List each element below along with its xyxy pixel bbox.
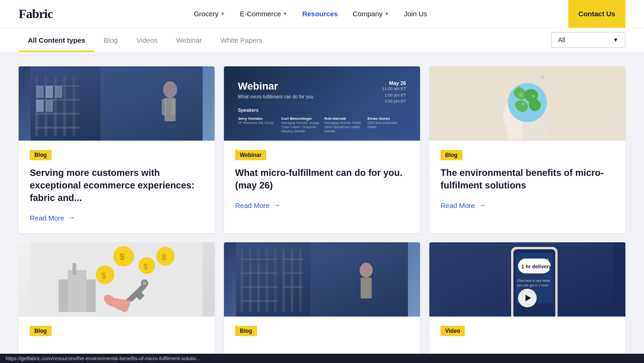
filter-bar: All Content types Blog Videos Webinar Wh… [0,28,644,52]
svg-rect-60 [310,242,408,317]
chevron-down-icon: ▼ [384,11,389,16]
contact-button[interactable]: Contact Us [568,0,625,28]
arrow-right-icon: → [273,201,281,209]
speaker-2: Curt Bimschieger Managing Director, Supp… [281,117,320,133]
svg-rect-10 [35,127,79,129]
chevron-down-icon: ▼ [220,11,225,16]
chevron-down-icon: ▼ [283,11,287,16]
webinar-subtitle: What micro-fulfillment can do for you [238,94,313,99]
svg-rect-51 [241,300,278,302]
card-1-body: Blog Serving more customers with excepti… [19,141,215,233]
speaker-1: Jerry Sheldon VP Research, IHL Group [238,117,276,133]
card-2-tag: Webinar [235,150,266,160]
tab-videos[interactable]: Videos [127,28,167,52]
play-button[interactable] [518,289,537,307]
arrow-right-icon: → [479,201,486,209]
tab-all-content[interactable]: All Content types [19,28,94,52]
svg-rect-15 [46,100,53,112]
svg-rect-9 [35,113,79,115]
play-icon [526,295,531,301]
card-2-read-more[interactable]: Read More → [235,201,409,209]
svg-rect-50 [241,286,278,288]
svg-point-41 [143,281,146,285]
card-6-tag: Video [440,326,465,336]
svg-text:×: × [534,134,538,140]
card-1-tag: Blog [30,150,52,160]
content-area: Blog Serving more customers with excepti… [0,52,644,363]
main-nav: Grocery ▼ E-Commerce ▼ Resources Company… [194,10,427,18]
tab-white-papers[interactable]: White Papers [211,28,272,52]
svg-text:$: $ [101,271,106,280]
svg-point-23 [519,92,523,97]
svg-rect-20 [100,66,203,141]
card-4-tag: Blog [30,326,52,336]
svg-rect-13 [55,86,62,98]
speaker-4: Elram Goren CEO and co-founder, Fabric [368,117,406,133]
card-2-title: What micro-fulfillment can do for you. (… [235,167,409,192]
webinar-title-overlay: Webinar [238,80,313,92]
svg-text:$: $ [144,263,148,271]
card-5-tag: Blog [235,326,257,336]
card-6: 1 hr delivery Click here to see items yo… [429,242,625,363]
card-3-tag: Blog [440,150,462,160]
card-3-body: Blog The environmental benefits of micro… [429,141,625,220]
cards-grid: Blog Serving more customers with excepti… [19,66,625,363]
status-url: https://getfabric.com/resources/the-envi… [6,356,200,361]
globe-container: × × × × [429,66,625,141]
card-1-read-more[interactable]: Read More → [30,214,204,222]
card-6-image: 1 hr delivery Click here to see items yo… [429,242,625,317]
svg-rect-49 [241,272,278,274]
card-1-title: Serving more customers with exceptional … [30,167,204,204]
svg-rect-14 [36,100,44,112]
svg-text:×: × [532,94,535,99]
svg-rect-56 [283,272,303,274]
svg-text:Click here to see items: Click here to see items [517,279,550,282]
chevron-down-icon: ▼ [613,37,618,43]
logo[interactable]: Fabric [19,6,53,21]
svg-point-22 [508,83,547,122]
svg-rect-55 [283,259,303,260]
nav-resources[interactable]: Resources [302,10,338,18]
card-3-title: The environmental benefits of micro-fulf… [440,167,614,192]
card-5-image [224,242,420,317]
nav-ecommerce[interactable]: E-Commerce ▼ [240,10,287,18]
webinar-times: 11:00 am ET1:00 pm ET3:00 pm ET [382,86,406,105]
card-2: Webinar What micro-fulfillment can do fo… [224,66,420,233]
card-3-image: × × × × [429,66,625,141]
card-4: $ $ $ $ Blog [19,242,215,363]
header: Fabric Grocery ▼ E-Commerce ▼ Resources … [0,0,644,28]
speaker-3: Rob Harrold Managing Director, Retail St… [324,117,363,133]
status-bar: https://getfabric.com/resources/the-envi… [0,354,644,363]
nav-company[interactable]: Company ▼ [353,10,389,18]
tab-blog[interactable]: Blog [94,28,127,52]
card-1: Blog Serving more customers with excepti… [19,66,215,233]
svg-text:1 hr delivery: 1 hr delivery [521,264,552,269]
svg-text:$: $ [119,252,125,262]
svg-rect-12 [46,86,53,98]
arrow-right-icon: → [68,214,75,222]
svg-rect-57 [283,286,303,288]
svg-text:×: × [540,73,545,81]
select-value: All [558,36,565,44]
card-2-body: Webinar What micro-fulfillment can do fo… [224,141,420,220]
card-3: × × × × Blog The environmental benefits … [429,66,625,233]
card-5: Blog [224,242,420,363]
svg-text:you can get in 1 hour!: you can get in 1 hour! [517,284,548,287]
svg-text:×: × [522,102,525,107]
svg-text:$: $ [162,253,166,262]
card-4-image: $ $ $ $ [19,242,215,317]
webinar-speakers: Jerry Sheldon VP Research, IHL Group Cur… [238,117,406,133]
card-2-image: Webinar What micro-fulfillment can do fo… [224,66,420,141]
svg-rect-11 [36,86,44,98]
tab-webinar[interactable]: Webinar [167,28,211,52]
speakers-label: Speakers [238,108,406,113]
svg-rect-48 [241,259,278,260]
nav-join-us[interactable]: Join Us [404,10,427,18]
category-select[interactable]: All ▼ [551,32,625,48]
svg-rect-30 [68,270,86,312]
card-1-image [19,66,215,141]
svg-rect-31 [72,263,76,275]
webinar-date: May 26 [382,80,406,86]
card-3-read-more[interactable]: Read More → [440,201,614,209]
nav-grocery[interactable]: Grocery ▼ [194,10,225,18]
